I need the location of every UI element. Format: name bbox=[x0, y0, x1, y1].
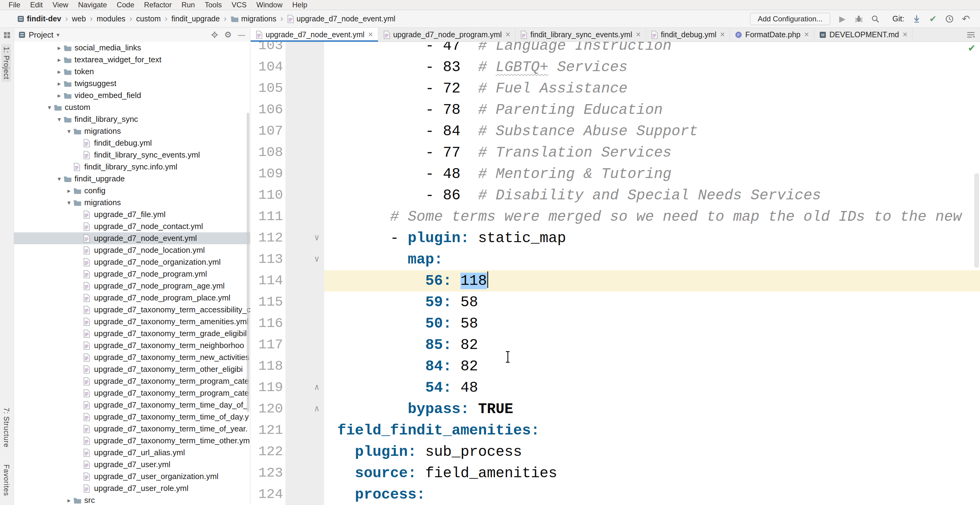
tree-item-findit_debug.yml[interactable]: findit_debug.yml bbox=[14, 137, 250, 149]
tree-expand-arrow-icon[interactable]: ▸ bbox=[55, 68, 64, 75]
menu-item-file[interactable]: File bbox=[4, 0, 25, 10]
breadcrumb-item-migrations[interactable]: migrations bbox=[231, 14, 276, 23]
tab-close-icon[interactable]: × bbox=[636, 30, 641, 39]
tree-item-findit_upgrade[interactable]: ▾findit_upgrade bbox=[14, 173, 250, 185]
tab-FormatDate.php[interactable]: PFormatDate.php× bbox=[730, 28, 814, 41]
menu-item-refactor[interactable]: Refactor bbox=[139, 0, 177, 10]
tree-collapse-arrow-icon[interactable]: ▾ bbox=[65, 127, 73, 135]
tree-item-upgrade_d7_file.yml[interactable]: upgrade_d7_file.yml bbox=[14, 209, 250, 220]
tab-close-icon[interactable]: × bbox=[368, 30, 373, 39]
tree-item-findit_library_sync[interactable]: ▾findit_library_sync bbox=[14, 113, 250, 125]
code-line-117[interactable]: 117 85: 82 bbox=[251, 335, 980, 356]
tree-item-upgrade_d7_taxonomy_term_other_eligibi[interactable]: upgrade_d7_taxonomy_term_other_eligibi bbox=[14, 363, 250, 375]
fold-up-icon[interactable]: ∧ bbox=[314, 377, 319, 398]
tree-collapse-arrow-icon[interactable]: ▾ bbox=[55, 116, 64, 123]
tree-item-token[interactable]: ▸token bbox=[14, 65, 250, 78]
code-line-110[interactable]: 110 - 86 # Disability and Special Needs … bbox=[251, 185, 980, 206]
tree-item-findit_library_sync.info.yml[interactable]: findit_library_sync.info.yml bbox=[14, 161, 250, 173]
menu-item-code[interactable]: Code bbox=[112, 0, 139, 10]
tree-item-upgrade_d7_taxonomy_term_amenities.yml[interactable]: upgrade_d7_taxonomy_term_amenities.yml bbox=[14, 316, 250, 328]
run-button[interactable]: ▶ bbox=[837, 13, 848, 24]
code-line-114[interactable]: 114 56: 118 bbox=[251, 270, 980, 292]
tab-findit_library_sync_events.yml[interactable]: findit_library_sync_events.yml× bbox=[515, 28, 646, 41]
tab-upgrade_d7_node_event.yml[interactable]: upgrade_d7_node_event.yml× bbox=[251, 28, 378, 41]
tab-findit_debug.yml[interactable]: findit_debug.yml× bbox=[646, 28, 730, 41]
project-tree-scrollbar[interactable] bbox=[247, 113, 250, 412]
tree-item-twigsuggest[interactable]: ▸twigsuggest bbox=[14, 78, 250, 89]
code-line-120[interactable]: 120∧ bypass: TRUE bbox=[251, 398, 980, 420]
tree-item-upgrade_d7_taxonomy_term_grade_eligibil[interactable]: upgrade_d7_taxonomy_term_grade_eligibil bbox=[14, 328, 250, 339]
code-line-121[interactable]: 121field_findit_amenities: bbox=[251, 420, 980, 441]
code-line-124[interactable]: 124 process: bbox=[251, 484, 980, 505]
chevron-down-icon[interactable]: ▾ bbox=[56, 31, 59, 38]
tree-item-upgrade_d7_taxonomy_term_program_cate[interactable]: upgrade_d7_taxonomy_term_program_cate bbox=[14, 375, 250, 387]
menu-item-edit[interactable]: Edit bbox=[25, 0, 48, 10]
code-line-123[interactable]: 123 source: field_amenities bbox=[251, 462, 980, 484]
breadcrumb-item-web[interactable]: web bbox=[72, 14, 86, 23]
tree-item-upgrade_d7_taxonomy_term_time_of_day.y[interactable]: upgrade_d7_taxonomy_term_time_of_day.y bbox=[14, 411, 250, 423]
history-icon[interactable] bbox=[944, 13, 955, 24]
code-line-118[interactable]: 118 84: 82 bbox=[251, 356, 980, 377]
tree-item-upgrade_d7_taxonomy_term_time_other.yml[interactable]: upgrade_d7_taxonomy_term_time_other.yml bbox=[14, 435, 250, 447]
tool-window-grid-icon[interactable] bbox=[3, 32, 11, 39]
debug-icon[interactable] bbox=[853, 13, 864, 24]
breadcrumb-item-upgrade_d7_node_event.yml[interactable]: upgrade_d7_node_event.yml bbox=[287, 14, 395, 23]
breadcrumb-item-findit-dev[interactable]: findit-dev bbox=[17, 14, 61, 23]
tree-item-upgrade_d7_taxonomy_term_program_cate[interactable]: upgrade_d7_taxonomy_term_program_cate bbox=[14, 387, 250, 399]
inspections-ok-icon[interactable]: ✔ bbox=[968, 43, 976, 54]
stripe-structure-button[interactable]: 7: Structure bbox=[2, 408, 10, 448]
tree-item-video_embed_field[interactable]: ▸video_embed_field bbox=[14, 89, 250, 101]
menu-item-navigate[interactable]: Navigate bbox=[73, 0, 112, 10]
breadcrumb-item-modules[interactable]: modules bbox=[97, 14, 126, 23]
search-icon[interactable] bbox=[870, 13, 881, 24]
project-panel-title[interactable]: Project bbox=[29, 30, 53, 40]
tree-expand-arrow-icon[interactable]: ▸ bbox=[65, 187, 73, 194]
code-line-109[interactable]: 109 - 48 # Mentoring & Tutoring bbox=[251, 163, 980, 185]
code-line-115[interactable]: 115 59: 58 bbox=[251, 292, 980, 313]
tree-item-upgrade_d7_node_program_age.yml[interactable]: upgrade_d7_node_program_age.yml bbox=[14, 280, 250, 292]
stripe-project-button[interactable]: 1: Project bbox=[2, 44, 11, 82]
tree-item-upgrade_d7_user_organization.yml[interactable]: upgrade_d7_user_organization.yml bbox=[14, 470, 250, 483]
git-commit-check-button[interactable]: ✔ bbox=[928, 13, 939, 24]
tree-item-upgrade_d7_node_program_place.yml[interactable]: upgrade_d7_node_program_place.yml bbox=[14, 292, 250, 304]
tab-close-icon[interactable]: × bbox=[505, 30, 510, 39]
tree-item-src[interactable]: ▸src bbox=[14, 494, 250, 505]
tree-item-config[interactable]: ▸config bbox=[14, 185, 250, 197]
tree-item-upgrade_d7_node_event.yml[interactable]: upgrade_d7_node_event.yml bbox=[14, 233, 250, 244]
code-line-105[interactable]: 105 - 72 # Fuel Assistance bbox=[251, 78, 980, 99]
code-line-113[interactable]: 113∨ map: bbox=[251, 249, 980, 270]
tab-close-icon[interactable]: × bbox=[720, 30, 725, 39]
code-line-112[interactable]: 112∨ - plugin: static_map bbox=[251, 228, 980, 249]
tree-expand-arrow-icon[interactable]: ▸ bbox=[55, 56, 64, 64]
code-line-104[interactable]: 104 - 83 # LGBTQ+ Services bbox=[251, 56, 980, 78]
breadcrumb-item-custom[interactable]: custom bbox=[136, 14, 161, 23]
tab-close-icon[interactable]: × bbox=[804, 30, 809, 39]
tree-expand-arrow-icon[interactable]: ▸ bbox=[55, 44, 64, 52]
tree-item-upgrade_d7_node_location.yml[interactable]: upgrade_d7_node_location.yml bbox=[14, 244, 250, 256]
tree-item-upgrade_d7_taxonomy_term_time_day_of_[interactable]: upgrade_d7_taxonomy_term_time_day_of_ bbox=[14, 399, 250, 411]
git-revert-button[interactable]: ↶ bbox=[961, 13, 972, 24]
code-line-108[interactable]: 108 - 77 # Translation Services bbox=[251, 142, 980, 163]
tree-item-migrations[interactable]: ▾migrations bbox=[14, 197, 250, 209]
fold-down-icon[interactable]: ∨ bbox=[314, 249, 319, 270]
tree-expand-arrow-icon[interactable]: ▸ bbox=[55, 80, 64, 87]
menu-item-window[interactable]: Window bbox=[251, 0, 287, 10]
tree-item-upgrade_d7_user_role.yml[interactable]: upgrade_d7_user_role.yml bbox=[14, 483, 250, 494]
fold-up-icon[interactable]: ∧ bbox=[314, 398, 319, 420]
menu-item-view[interactable]: View bbox=[48, 0, 73, 10]
stripe-favorites-button[interactable]: Favorites bbox=[2, 464, 10, 496]
tree-expand-arrow-icon[interactable]: ▸ bbox=[55, 92, 64, 99]
tree-item-custom[interactable]: ▾custom bbox=[14, 101, 250, 113]
tree-item-upgrade_d7_taxonomy_term_accessibility_c[interactable]: upgrade_d7_taxonomy_term_accessibility_c bbox=[14, 304, 250, 316]
tree-item-upgrade_d7_user.yml[interactable]: upgrade_d7_user.yml bbox=[14, 459, 250, 470]
gear-icon[interactable]: ⚙ bbox=[224, 30, 232, 40]
tree-item-upgrade_d7_node_contact.yml[interactable]: upgrade_d7_node_contact.yml bbox=[14, 220, 250, 233]
tree-item-upgrade_d7_taxonomy_term_neighborhoo[interactable]: upgrade_d7_taxonomy_term_neighborhoo bbox=[14, 339, 250, 351]
tree-item-social_media_links[interactable]: ▸social_media_links bbox=[14, 42, 250, 54]
code-line-122[interactable]: 122 plugin: sub_process bbox=[251, 441, 980, 462]
tab-DEVELOPMENT.md[interactable]: MDEVELOPMENT.md× bbox=[814, 28, 913, 41]
code-line-119[interactable]: 119∧ 54: 48 bbox=[251, 377, 980, 398]
tree-collapse-arrow-icon[interactable]: ▾ bbox=[45, 104, 54, 111]
menu-item-tools[interactable]: Tools bbox=[200, 0, 226, 10]
tree-item-migrations[interactable]: ▾migrations bbox=[14, 125, 250, 137]
